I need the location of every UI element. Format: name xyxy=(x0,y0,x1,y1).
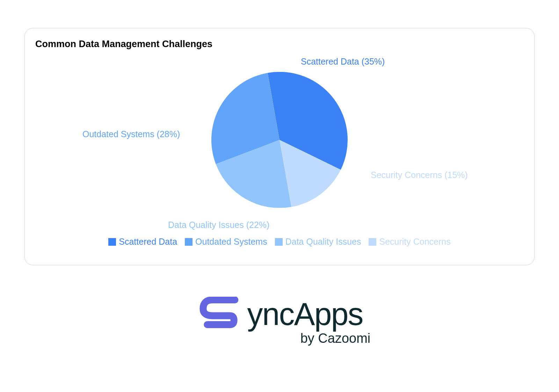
chart-area: Scattered Data (35%) Outdated Systems (2… xyxy=(35,53,524,249)
legend-label: Outdated Systems xyxy=(195,237,267,247)
slice-label-security-concerns: Security Concerns (15%) xyxy=(371,170,468,180)
legend-label: Scattered Data xyxy=(119,237,177,247)
chart-card: Common Data Management Challenges Scatte… xyxy=(24,28,535,265)
brand-byline: by Cazoomi xyxy=(252,331,419,346)
slice-label-scattered-data: Scattered Data (35%) xyxy=(301,57,385,67)
slice-label-data-quality-issues: Data Quality Issues (22%) xyxy=(168,220,269,230)
chart-legend: Scattered Data Outdated Systems Data Qua… xyxy=(35,237,524,247)
brand-row: yncApps xyxy=(140,297,419,332)
chart-title: Common Data Management Challenges xyxy=(35,39,524,50)
legend-swatch-icon xyxy=(185,238,193,246)
legend-item-outdated-systems: Outdated Systems xyxy=(185,237,267,247)
legend-item-security-concerns: Security Concerns xyxy=(369,237,450,247)
syncapps-s-icon xyxy=(196,297,248,332)
legend-swatch-icon xyxy=(275,238,283,246)
legend-swatch-icon xyxy=(369,238,376,246)
pie-chart xyxy=(211,72,348,208)
brand-name-text: yncApps xyxy=(247,298,363,330)
brand-logo: yncApps by Cazoomi xyxy=(140,297,419,346)
legend-label: Data Quality Issues xyxy=(285,237,361,247)
legend-item-data-quality-issues: Data Quality Issues xyxy=(275,237,361,247)
slice-label-outdated-systems: Outdated Systems (28%) xyxy=(82,129,180,139)
legend-item-scattered-data: Scattered Data xyxy=(108,237,177,247)
legend-swatch-icon xyxy=(108,238,116,246)
legend-label: Security Concerns xyxy=(379,237,450,247)
